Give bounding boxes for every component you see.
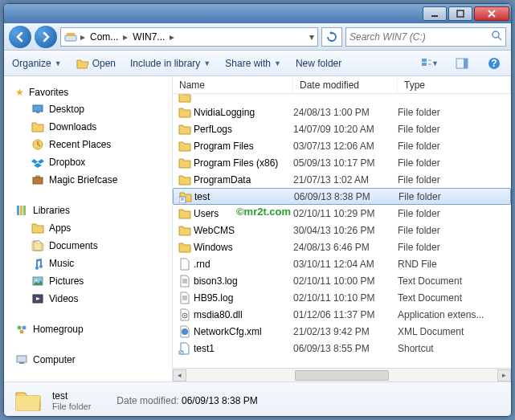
svg-rect-1: [457, 10, 464, 17]
drive-icon: [64, 31, 77, 43]
folder-icon: [178, 207, 192, 220]
col-name[interactable]: Name: [173, 76, 293, 93]
nav-homegroup[interactable]: Homegroup: [12, 320, 172, 338]
scroll-right-icon[interactable]: ▸: [497, 369, 511, 381]
details-pane: test File folder Date modified: 06/09/13…: [4, 381, 511, 417]
table-row[interactable]: .rnd03/10/11 12:04 AMRND File: [173, 255, 511, 272]
file-type: File folder: [399, 191, 510, 202]
search-input[interactable]: [345, 27, 506, 47]
details-name: test: [52, 390, 91, 402]
svg-rect-30: [17, 356, 27, 362]
file-date: 14/07/09 10:20 AM: [293, 124, 398, 135]
table-row[interactable]: msdia80.dll01/12/06 11:37 PMApplication …: [173, 306, 511, 323]
nav-music[interactable]: Music: [12, 255, 172, 272]
svg-point-6: [493, 31, 499, 38]
nav-recent[interactable]: Recent Places: [12, 136, 172, 153]
col-type[interactable]: Type: [398, 76, 511, 93]
organize-button[interactable]: Organize▼: [12, 58, 62, 69]
table-row[interactable]: NetworkCfg.xml21/02/13 9:42 PMXML Docume…: [173, 323, 511, 340]
back-button[interactable]: [9, 26, 31, 48]
folder-icon: [178, 106, 192, 119]
file-name: .rnd: [192, 259, 293, 270]
scroll-left-icon[interactable]: ◂: [173, 369, 186, 381]
svg-text:?: ?: [491, 58, 497, 69]
svg-rect-23: [23, 206, 26, 215]
refresh-button[interactable]: [321, 27, 342, 47]
details-type: File folder: [52, 402, 91, 411]
breadcrumb[interactable]: ▸ Com... ▸ WIN7... ▸ ▾: [60, 27, 318, 47]
maximize-button[interactable]: [448, 6, 472, 21]
nav-videos[interactable]: Videos: [12, 290, 172, 308]
table-row[interactable]: [173, 94, 511, 104]
file-date: 03/07/13 12:06 AM: [293, 141, 398, 152]
folder-icon: [178, 140, 192, 153]
col-date[interactable]: Date modified: [293, 76, 398, 93]
nav-downloads[interactable]: Downloads: [12, 118, 172, 136]
file-date: 24/08/13 6:46 PM: [293, 242, 398, 253]
file-type: File folder: [398, 124, 511, 135]
help-button[interactable]: ?: [485, 55, 503, 72]
nav-computer[interactable]: Computer: [12, 351, 172, 369]
folder-icon: [178, 173, 192, 186]
close-button[interactable]: [474, 6, 509, 21]
nav-briefcase[interactable]: Magic Briefcase: [12, 171, 172, 189]
folder-icon: [178, 241, 192, 254]
nav-favorites[interactable]: ★Favorites: [12, 84, 172, 100]
nav-desktop[interactable]: Desktop: [12, 100, 172, 118]
table-row[interactable]: ProgramData21/07/13 1:02 AMFile folder: [173, 171, 511, 188]
table-row[interactable]: Program Files03/07/13 12:06 AMFile folde…: [173, 137, 511, 154]
preview-pane-button[interactable]: [453, 55, 471, 72]
scroll-thumb[interactable]: [295, 370, 388, 381]
view-button[interactable]: ▼: [421, 55, 439, 72]
chevron-down-icon[interactable]: ▾: [308, 31, 316, 43]
breadcrumb-drive[interactable]: WIN7...: [129, 28, 168, 46]
file-type: File folder: [398, 208, 511, 219]
file-type: File folder: [398, 174, 511, 186]
nav-pictures[interactable]: Pictures: [12, 272, 172, 290]
file-type: Shortcut: [398, 343, 511, 354]
search-field[interactable]: [349, 31, 488, 43]
svg-rect-22: [20, 206, 22, 215]
table-row[interactable]: Users02/10/11 10:29 PMFile folder: [173, 205, 511, 222]
file-date: 02/10/11 10:00 PM: [293, 275, 398, 287]
file-date: 21/02/13 9:42 PM: [293, 326, 398, 337]
table-row[interactable]: PerfLogs14/07/09 10:20 AMFile folder: [173, 120, 511, 137]
h-scrollbar[interactable]: ◂ ▸: [173, 368, 511, 381]
folder-icon: [14, 386, 43, 415]
xml-icon: [178, 325, 192, 338]
folder-icon: [178, 94, 192, 104]
table-row[interactable]: Program Files (x86)05/09/13 10:17 PMFile…: [173, 154, 511, 171]
nav-dropbox[interactable]: Dropbox: [12, 153, 172, 171]
table-row[interactable]: NvidiaLogging24/08/13 1:00 PMFile folder: [173, 104, 511, 120]
minimize-button[interactable]: [423, 6, 447, 21]
nav-libraries[interactable]: Libraries: [12, 202, 172, 219]
table-row[interactable]: HB95.log02/10/11 10:10 PMText Document: [173, 289, 511, 306]
new-folder-button[interactable]: New folder: [296, 58, 341, 69]
videos-icon: [31, 292, 44, 305]
file-type: RND File: [398, 259, 511, 270]
svg-rect-4: [65, 35, 76, 41]
svg-point-25: [35, 279, 38, 282]
star-icon: ★: [15, 87, 24, 98]
table-row[interactable]: WebCMS30/04/13 10:26 PMFile folder: [173, 222, 511, 239]
svg-rect-31: [19, 362, 24, 364]
details-datemod-label: Date modified:: [116, 395, 178, 406]
briefcase-icon: [31, 173, 44, 186]
file-type: File folder: [398, 157, 511, 169]
file-pane: Name Date modified Type NvidiaLogging24/…: [173, 76, 511, 381]
forward-button[interactable]: [35, 26, 57, 48]
breadcrumb-computer[interactable]: Com...: [87, 28, 121, 46]
folder-icon: [178, 123, 192, 136]
share-button[interactable]: Share with▼: [225, 58, 281, 69]
svg-line-7: [498, 37, 501, 40]
table-row[interactable]: test06/09/13 8:38 PMFile folder: [173, 188, 511, 205]
include-button[interactable]: Include in library▼: [130, 58, 210, 69]
nav-apps[interactable]: Apps: [12, 219, 172, 237]
nav-documents[interactable]: Documents: [12, 237, 172, 255]
file-date: 30/04/13 10:26 PM: [293, 225, 398, 236]
table-row[interactable]: test106/09/13 8:55 PMShortcut: [173, 340, 511, 357]
open-button[interactable]: Open: [76, 57, 116, 70]
file-name: NetworkCfg.xml: [192, 326, 293, 337]
table-row[interactable]: Windows24/08/13 6:46 PMFile folder: [173, 239, 511, 255]
table-row[interactable]: bison3.log02/10/11 10:00 PMText Document: [173, 272, 511, 289]
